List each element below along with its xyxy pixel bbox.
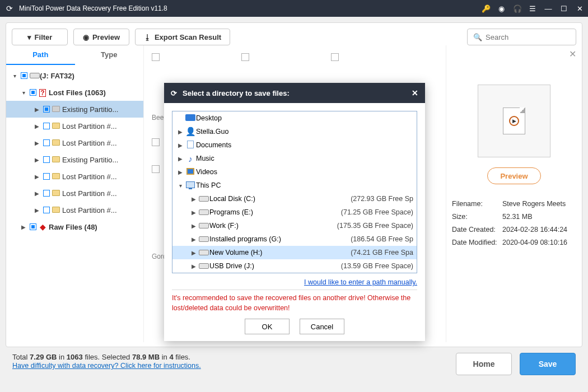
checkbox[interactable]: [43, 173, 50, 180]
free-space: (74.21 GB Free Spa: [351, 249, 417, 256]
status-line: Total 7.29 GB in 1063 files. Selected 78…: [12, 353, 201, 361]
tree-item[interactable]: ▶Lost Partition #...: [6, 118, 143, 134]
folder-icon: [52, 122, 60, 130]
directory-item[interactable]: ▶ 👤 Stella.Guo: [172, 125, 417, 138]
chevron-right-icon[interactable]: ▶: [33, 157, 41, 163]
cancel-button[interactable]: Cancel: [300, 319, 344, 334]
tree-item[interactable]: ▶Lost Partition #...: [6, 168, 143, 185]
expand-icon[interactable]: ▶: [189, 209, 198, 216]
directory-item[interactable]: ▶ Installed programs (G:) (186.54 GB Fre…: [172, 232, 417, 246]
tree-item[interactable]: ▶Lost Partition #...: [6, 185, 143, 202]
export-icon: ⭳: [144, 33, 151, 41]
directory-item[interactable]: ▶ ♪ Music: [172, 152, 417, 165]
desktop-icon: [185, 114, 196, 123]
checkbox[interactable]: [43, 190, 50, 197]
help-link[interactable]: Have difficulty with data recovery? Clic…: [12, 362, 201, 370]
titlebar: ⟳ MiniTool Power Data Recovery Free Edit…: [0, 0, 588, 17]
directory-label: Programs (E:): [209, 208, 341, 216]
checkbox[interactable]: [152, 138, 160, 146]
expand-icon[interactable]: ▶: [189, 263, 198, 269]
directory-item[interactable]: ▶ Local Disk (C:) (272.93 GB Free Sp: [172, 192, 417, 206]
save-button[interactable]: Save: [520, 353, 576, 375]
chevron-right-icon[interactable]: ▶: [33, 123, 41, 129]
diamond-icon: ◆: [39, 222, 46, 231]
close-preview-icon[interactable]: ✕: [569, 49, 576, 59]
checkbox[interactable]: [21, 72, 27, 79]
checkbox[interactable]: [30, 89, 36, 96]
tree-lostfiles[interactable]: ▾?Lost Files (1063): [6, 84, 143, 101]
tab-path[interactable]: Path: [6, 45, 75, 65]
chevron-right-icon[interactable]: ▶: [33, 106, 41, 113]
drive-icon: [198, 208, 209, 217]
expand-icon[interactable]: ▾: [176, 183, 185, 189]
globe-icon[interactable]: ◉: [497, 4, 505, 13]
free-space: (13.59 GB Free Space): [341, 262, 417, 270]
directory-item[interactable]: ▶ USB Drive (J:) (13.59 GB Free Space): [172, 259, 417, 273]
directory-item[interactable]: ▾ This PC: [172, 179, 417, 192]
wizard-icon: ⟳: [171, 89, 177, 97]
directory-item[interactable]: ▶ New Volume (H:) (74.21 GB Free Spa: [172, 246, 417, 259]
checkbox[interactable]: [43, 123, 50, 129]
expand-icon[interactable]: ▶: [189, 236, 198, 242]
tree-item[interactable]: ▶Existing Partitio...: [6, 101, 143, 118]
preview-file-button[interactable]: Preview: [487, 167, 541, 184]
filter-button[interactable]: ▾Filter: [12, 29, 68, 45]
key-icon[interactable]: 🔑: [482, 4, 489, 13]
checkbox[interactable]: [43, 106, 50, 113]
checkbox[interactable]: [152, 165, 160, 173]
expand-icon[interactable]: ▶: [176, 169, 185, 175]
checkbox[interactable]: [30, 223, 36, 230]
search-input[interactable]: [486, 33, 570, 41]
tree-item[interactable]: ▶Lost Partition #...: [6, 134, 143, 151]
chevron-down-icon[interactable]: ▾: [11, 73, 18, 79]
checkbox[interactable]: [241, 53, 249, 61]
dialog-close-icon[interactable]: ✕: [412, 88, 418, 97]
expand-icon[interactable]: ▶: [189, 196, 198, 202]
checkbox[interactable]: [43, 139, 50, 146]
directory-item[interactable]: ▶ Videos: [172, 165, 417, 179]
folder-icon: [52, 172, 60, 181]
directory-item[interactable]: ▶ Programs (E:) (71.25 GB Free Space): [172, 206, 417, 219]
expand-icon[interactable]: ▶: [189, 250, 198, 256]
chevron-right-icon[interactable]: ▶: [33, 174, 41, 180]
directory-item[interactable]: ▶ Work (F:) (175.35 GB Free Space): [172, 219, 417, 232]
directory-item[interactable]: ▶ Documents: [172, 138, 417, 152]
checkbox[interactable]: [43, 207, 50, 213]
preview-thumbnail: ▶: [478, 85, 550, 157]
home-button[interactable]: Home: [456, 353, 512, 375]
checkbox[interactable]: [331, 53, 339, 61]
sidebar: Path Type ▾(J: FAT32) ▾?Lost Files (1063…: [6, 45, 143, 342]
tree-item[interactable]: ▶Lost Partition #...: [6, 202, 143, 218]
user-icon: 👤: [185, 127, 196, 137]
maximize-icon[interactable]: ☐: [560, 4, 568, 13]
chevron-right-icon[interactable]: ▶: [33, 207, 41, 213]
close-icon[interactable]: ✕: [576, 4, 584, 13]
chevron-right-icon[interactable]: ▶: [33, 140, 41, 146]
menu-icon[interactable]: ☰: [529, 4, 536, 13]
expand-icon[interactable]: ▶: [176, 156, 185, 162]
chevron-right-icon[interactable]: ▶: [20, 224, 27, 230]
minimize-icon[interactable]: —: [544, 4, 552, 13]
directory-tree: Desktop ▶ 👤 Stella.Guo ▶ Documents ▶ ♪ M…: [172, 111, 417, 273]
export-button[interactable]: ⭳Export Scan Result: [135, 29, 230, 45]
document-icon: ▶: [503, 108, 525, 134]
expand-icon[interactable]: ▶: [176, 142, 185, 148]
ok-button[interactable]: OK: [245, 319, 290, 334]
tree-item[interactable]: ▶Existing Partitio...: [6, 151, 143, 168]
expand-icon[interactable]: ▶: [189, 223, 198, 229]
chevron-right-icon[interactable]: ▶: [33, 190, 41, 197]
search-box[interactable]: 🔍: [467, 29, 576, 45]
tree-root[interactable]: ▾(J: FAT32): [6, 67, 143, 84]
tab-type[interactable]: Type: [75, 45, 144, 65]
drive-icon: [198, 194, 209, 203]
tree-rawfiles[interactable]: ▶◆Raw Files (48): [6, 218, 143, 235]
enter-path-manually-link[interactable]: I would like to enter a path manually.: [304, 278, 417, 286]
checkbox[interactable]: [152, 53, 160, 61]
preview-button[interactable]: ◉Preview: [73, 29, 129, 45]
funnel-icon: ▾: [27, 33, 31, 41]
directory-item[interactable]: Desktop: [172, 111, 417, 125]
headphones-icon[interactable]: 🎧: [513, 4, 521, 13]
expand-icon[interactable]: ▶: [176, 129, 185, 135]
checkbox[interactable]: [43, 156, 50, 163]
chevron-down-icon[interactable]: ▾: [20, 90, 27, 96]
